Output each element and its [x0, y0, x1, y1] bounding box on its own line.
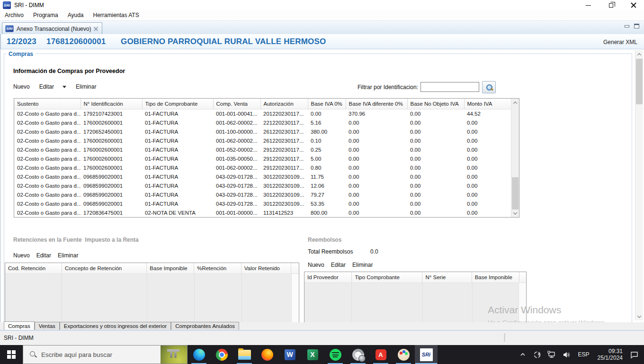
tab-ventas[interactable]: Ventas — [35, 322, 60, 330]
reembolsos-editar-button[interactable]: Editar — [329, 261, 348, 269]
menu-ayuda[interactable]: Ayuda — [63, 11, 89, 20]
column-header-base-imponible[interactable]: Base Imponible — [147, 263, 194, 273]
tab-anexo-transaccional[interactable]: SRi Anexo Transaccional (Nuevo) — [2, 22, 102, 35]
table-row[interactable]: 02-Costo o Gasto para d...09685990200010… — [14, 199, 512, 208]
retenciones-eliminar-button[interactable]: Eliminar — [56, 251, 80, 260]
column-header-tipo-de-comprobante[interactable]: Tipo de Comprobante — [142, 99, 213, 109]
scroll-down-icon[interactable] — [635, 312, 643, 320]
table-row[interactable]: 02-Costo o Gasto para d...09685990200010… — [14, 172, 512, 181]
chrome-profile-icon[interactable] — [347, 345, 369, 364]
retenciones-nuevo-button[interactable]: Nuevo — [11, 251, 32, 260]
tab-comprobantes-anulados[interactable]: Comprobantes Anulados — [171, 322, 239, 330]
table-cell: 0.00 — [346, 181, 407, 190]
table-row[interactable]: 02-Costo o Gasto para d...17600026000010… — [14, 136, 512, 145]
table-row[interactable]: 02-Costo o Gasto para d...17600026000010… — [14, 163, 512, 172]
taskbar-search[interactable] — [23, 345, 188, 364]
retenciones-editar-button[interactable]: Editar — [35, 251, 53, 260]
menu-programa[interactable]: Programa — [28, 11, 63, 20]
start-button[interactable] — [0, 345, 23, 364]
column-header-base-imponible[interactable]: Base Imponible — [472, 272, 519, 282]
table-cell: 1720652450001 — [80, 127, 142, 136]
table-cell: 0.00 — [407, 181, 464, 190]
table-row[interactable]: 02-Costo o Gasto para d...17600026000010… — [14, 118, 512, 127]
close-icon[interactable] — [630, 1, 637, 9]
tab-exportaciones[interactable]: Exportaciones y otros ingresos del exter… — [60, 322, 171, 330]
view-maximize-icon[interactable] — [634, 24, 639, 28]
scrollbar-thumb[interactable] — [636, 59, 643, 104]
column-header-n-serie[interactable]: N° Serie — [422, 272, 472, 282]
table-cell: 001-052-00002... — [213, 145, 260, 154]
column-header-comp-venta[interactable]: Comp. Venta — [213, 99, 260, 109]
table-cell: 001-062-00002... — [213, 136, 260, 145]
table-row[interactable]: 02-Costo o Gasto para d...09685990200010… — [14, 181, 512, 190]
restore-icon[interactable] — [607, 1, 615, 9]
action-center-icon[interactable] — [629, 345, 639, 364]
menu-herramientas-ats[interactable]: Herramientas ATS — [89, 11, 144, 20]
column-header-n-identificaci-n[interactable]: N° Identificación — [80, 99, 142, 109]
file-explorer-icon[interactable] — [233, 345, 256, 364]
column-header-tipo-comprobante[interactable]: Tipo Comprobante — [352, 272, 422, 282]
paint-icon[interactable] — [392, 345, 415, 364]
scroll-down-icon[interactable] — [511, 209, 519, 217]
generar-xml-button[interactable]: Generar XML — [603, 39, 637, 46]
compras-nuevo-button[interactable]: Nuevo — [11, 82, 32, 91]
column-header-base-no-objeto-iva[interactable]: Base No Objeto IVA — [407, 99, 464, 109]
table-row[interactable]: 02-Costo o Gasto para d...17206524500010… — [14, 127, 512, 136]
menu-archivo[interactable]: Archivo — [4, 11, 28, 20]
system-tray: ESP 09:31 25/1/2024 — [518, 345, 644, 364]
column-header-base-iva-0-[interactable]: Base IVA 0% — [308, 99, 346, 109]
edge-icon[interactable] — [188, 345, 210, 364]
table-row[interactable]: 02-Costo o Gasto para d...17208364750010… — [14, 208, 512, 217]
reembolsos-nuevo-button[interactable]: Nuevo — [306, 261, 326, 269]
tray-clock[interactable]: 09:31 25/1/2024 — [596, 348, 625, 361]
reembolsos-eliminar-button[interactable]: Eliminar — [350, 261, 375, 269]
search-input[interactable] — [41, 351, 141, 358]
scrollbar-thumb[interactable] — [512, 177, 519, 209]
firefox-icon[interactable] — [256, 345, 278, 364]
status-splitter-grip[interactable] — [504, 333, 505, 342]
table-row[interactable]: 02-Costo o Gasto para d...17600026000010… — [14, 154, 512, 163]
spotify-icon[interactable] — [324, 345, 347, 364]
table-row[interactable]: 02-Costo o Gasto para d...09685990200010… — [14, 190, 512, 199]
column-header-valor-retenido[interactable]: Valor Retenido — [241, 263, 291, 273]
tab-compras[interactable]: Compras — [4, 321, 35, 330]
table-cell: 01-FACTURA — [142, 163, 213, 172]
compras-table-scrollbar[interactable] — [511, 99, 519, 217]
column-header-id-proveedor[interactable]: Id Proveedor — [304, 272, 352, 282]
compras-eliminar-button[interactable]: Eliminar — [74, 82, 98, 91]
table-row[interactable]: 02-Costo o Gasto para d...17600026000010… — [14, 145, 512, 154]
table-row[interactable]: 02-Costo o Gasto para d...17921074230010… — [14, 109, 512, 118]
scroll-up-icon[interactable] — [511, 99, 519, 107]
column-header-autorizaci-n[interactable]: Autorización — [260, 99, 308, 109]
acrobat-icon[interactable]: A — [369, 345, 392, 364]
filter-input[interactable] — [420, 82, 479, 92]
tray-chevron-up-icon[interactable] — [518, 345, 528, 364]
tray-volume-icon[interactable] — [562, 345, 572, 364]
filter-search-button[interactable] — [482, 81, 496, 93]
minimize-icon[interactable] — [584, 1, 592, 9]
tray-language-indicator[interactable]: ESP — [576, 351, 591, 358]
editar-dropdown-icon[interactable] — [63, 86, 66, 88]
chrome-icon[interactable] — [210, 345, 233, 364]
column-header-sustento[interactable]: Sustento — [14, 99, 80, 109]
tab-close-icon[interactable] — [94, 27, 98, 31]
table-cell: 0.00 — [346, 136, 407, 145]
column-header-cod-retenci-n[interactable]: Cod. Retención — [5, 263, 62, 273]
tray-network-icon[interactable] — [547, 345, 557, 364]
table-cell: 0.00 — [407, 172, 464, 181]
column-header-monto-iva[interactable]: Monto IVA — [464, 99, 512, 109]
tray-sync-icon[interactable] — [532, 345, 543, 364]
view-minimize-icon[interactable] — [625, 25, 629, 27]
word-icon[interactable]: W — [278, 345, 301, 364]
word-icon-glyph: W — [285, 349, 295, 360]
compras-editar-button[interactable]: Editar — [37, 82, 56, 91]
sri-app-icon[interactable]: SRi — [415, 345, 438, 364]
scroll-up-icon[interactable] — [635, 50, 643, 58]
compras-table-container: SustentoN° IdentificaciónTipo de Comprob… — [14, 98, 519, 218]
excel-icon[interactable]: X — [301, 345, 324, 364]
content-scrollbar[interactable] — [635, 50, 643, 320]
search-highlights-image[interactable] — [161, 346, 187, 364]
column-header--retenci-n[interactable]: %Retención — [194, 263, 242, 273]
column-header-concepto-de-retenci-n[interactable]: Concepto de Retención — [62, 263, 147, 273]
column-header-base-iva-diferente-0-[interactable]: Base IVA diferente 0% — [346, 99, 407, 109]
